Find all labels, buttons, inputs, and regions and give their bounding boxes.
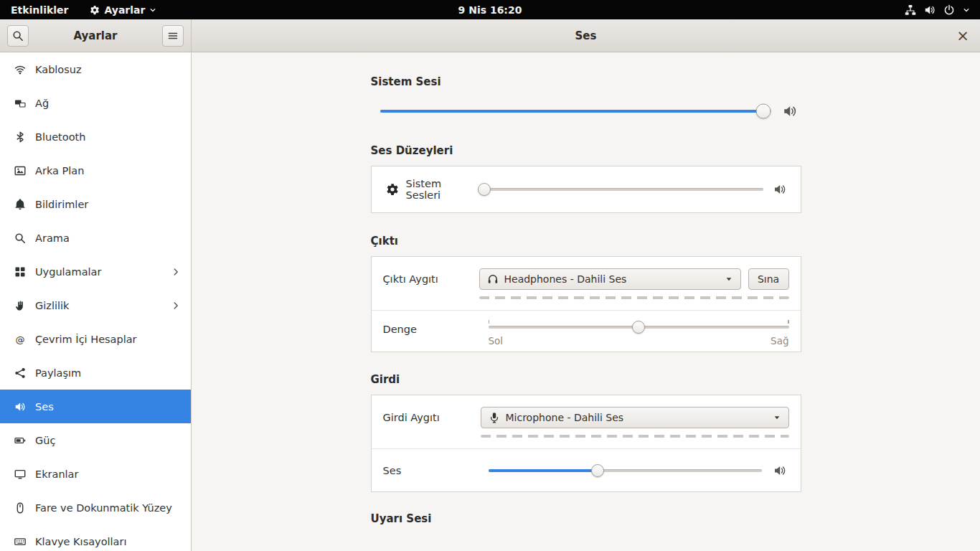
sidebar-item-applications[interactable]: Uygulamalar xyxy=(0,255,191,288)
output-device-label: Çıktı Aygıtı xyxy=(383,268,479,299)
sound-icon xyxy=(14,401,26,413)
sidebar-item-wireless[interactable]: Kablosuz xyxy=(0,52,191,86)
sidebar-item-notifications[interactable]: Bildirimler xyxy=(0,187,191,221)
sidebar-item-network[interactable]: Ağ xyxy=(0,86,191,120)
search-icon xyxy=(14,232,26,244)
balance-slider[interactable] xyxy=(489,319,789,336)
sidebar-item-sharing[interactable]: Paylaşım xyxy=(0,356,191,390)
slider-thumb[interactable] xyxy=(755,104,771,119)
section-title-volume-levels: Ses Düzeyleri xyxy=(371,144,801,157)
menu-button[interactable] xyxy=(162,25,184,47)
sidebar-item-sound[interactable]: Ses xyxy=(0,390,191,423)
output-device-value: Headphones - Dahili Ses xyxy=(504,273,716,285)
gear-icon xyxy=(90,5,100,15)
sidebar-item-power[interactable]: Güç xyxy=(0,423,191,457)
settings-window: Ayarlar Ses × Kablosuz Ağ xyxy=(0,19,980,551)
balance-label: Denge xyxy=(383,319,489,347)
sidebar-item-label: Ekranlar xyxy=(35,468,78,480)
sidebar-item-background[interactable]: Arka Plan xyxy=(0,154,191,187)
test-speakers-button[interactable]: Sına xyxy=(748,268,789,290)
background-icon xyxy=(14,165,26,176)
sidebar-title: Ayarlar xyxy=(73,29,117,42)
power-icon xyxy=(943,4,955,16)
top-bar: Etkinlikler Ayarlar 9 Nis 16:20 xyxy=(0,0,980,19)
slider-thumb[interactable] xyxy=(632,321,645,334)
network-icon xyxy=(14,98,26,109)
sound-panel: Sistem Sesi Ses Düzeyleri Sistem Sesleri xyxy=(192,52,980,551)
sidebar-item-search[interactable]: Arama xyxy=(0,221,191,255)
clock[interactable]: 9 Nis 16:20 xyxy=(458,4,522,16)
input-device-label: Girdi Aygıtı xyxy=(383,407,481,438)
output-card: Çıktı Aygıtı Headphones - Dahili Ses Sın… xyxy=(371,256,801,352)
sidebar-item-label: Gizlilik xyxy=(35,300,69,311)
online-accounts-icon: @ xyxy=(14,334,26,345)
sharing-icon xyxy=(14,367,26,379)
sidebar-item-bluetooth[interactable]: Bluetooth xyxy=(0,120,191,154)
sidebar-item-label: Klavye Kısayolları xyxy=(35,536,126,547)
balance-left-label: Sol xyxy=(489,335,504,347)
sidebar-item-label: Arama xyxy=(35,232,70,244)
svg-text:@: @ xyxy=(16,334,25,344)
output-level-indicator xyxy=(479,296,789,299)
system-sounds-label: Sistem Sesleri xyxy=(406,178,479,201)
input-device-row: Girdi Aygıtı Microphone - Dahili Ses xyxy=(372,395,801,448)
sidebar-item-privacy[interactable]: Gizlilik xyxy=(0,288,191,322)
section-title-input: Girdi xyxy=(371,373,801,386)
sidebar: Kablosuz Ağ Bluetooth Arka Plan xyxy=(0,52,192,551)
gear-icon xyxy=(386,183,399,196)
chevron-down-icon xyxy=(963,6,970,14)
system-sounds-row: Sistem Sesleri xyxy=(372,166,801,212)
sidebar-item-mouse[interactable]: Fare ve Dokunmatik Yüzey xyxy=(0,491,191,524)
output-device-row: Çıktı Aygıtı Headphones - Dahili Ses Sın… xyxy=(372,257,801,310)
sidebar-item-label: Paylaşım xyxy=(35,367,81,379)
input-volume-label: Ses xyxy=(383,465,489,476)
search-button[interactable] xyxy=(7,25,29,47)
balance-right-label: Sağ xyxy=(771,335,788,347)
sidebar-item-label: Kablosuz xyxy=(35,64,82,75)
sidebar-item-label: Bildirimler xyxy=(35,199,88,210)
battery-icon xyxy=(14,435,26,446)
sidebar-item-label: Fare ve Dokunmatik Yüzey xyxy=(35,502,172,514)
speaker-icon xyxy=(773,183,786,196)
system-volume-slider[interactable] xyxy=(380,103,771,120)
speaker-icon xyxy=(773,464,786,477)
close-button[interactable]: × xyxy=(951,24,974,47)
hamburger-icon xyxy=(167,30,179,42)
input-device-dropdown[interactable]: Microphone - Dahili Ses xyxy=(481,407,789,428)
chevron-right-icon xyxy=(171,267,181,277)
sidebar-header: Ayarlar xyxy=(0,19,192,52)
appmenu-button[interactable]: Ayarlar xyxy=(85,0,161,19)
appmenu-label: Ayarlar xyxy=(104,4,145,16)
section-title-output: Çıktı xyxy=(371,235,801,248)
sidebar-item-label: Güç xyxy=(35,435,55,446)
slider-thumb[interactable] xyxy=(591,464,604,477)
sidebar-item-label: Ses xyxy=(35,401,54,413)
balance-row: Denge Sol Sağ xyxy=(372,310,801,352)
volume-icon xyxy=(924,4,936,16)
sidebar-item-keyboard[interactable]: Klavye Kısayolları xyxy=(0,524,191,551)
bell-icon xyxy=(14,199,26,210)
headphones-icon xyxy=(487,273,499,285)
section-title-system-volume: Sistem Sesi xyxy=(371,75,801,88)
input-device-value: Microphone - Dahili Ses xyxy=(506,412,764,423)
sidebar-item-displays[interactable]: Ekranlar xyxy=(0,457,191,491)
apps-icon xyxy=(14,266,26,278)
keyboard-icon xyxy=(14,536,26,547)
header-bar: Ayarlar Ses × xyxy=(0,19,980,52)
system-sounds-slider[interactable] xyxy=(482,181,763,198)
sidebar-item-online-accounts[interactable]: @ Çevrim İçi Hesaplar xyxy=(0,322,191,356)
sidebar-item-label: Uygulamalar xyxy=(35,266,101,278)
wifi-icon xyxy=(14,64,26,75)
dropdown-arrow-icon xyxy=(725,275,733,283)
slider-thumb[interactable] xyxy=(478,183,491,196)
chevron-down-icon xyxy=(149,6,156,14)
input-volume-slider[interactable] xyxy=(489,462,762,479)
bluetooth-icon xyxy=(14,131,26,143)
system-status-area[interactable] xyxy=(895,0,980,19)
input-level-indicator xyxy=(481,435,789,438)
network-tree-icon xyxy=(905,4,916,16)
output-device-dropdown[interactable]: Headphones - Dahili Ses xyxy=(479,268,741,290)
activities-button[interactable]: Etkinlikler xyxy=(6,0,72,19)
sidebar-item-label: Bluetooth xyxy=(35,131,85,143)
section-title-alert-sound: Uyarı Sesi xyxy=(371,512,801,525)
